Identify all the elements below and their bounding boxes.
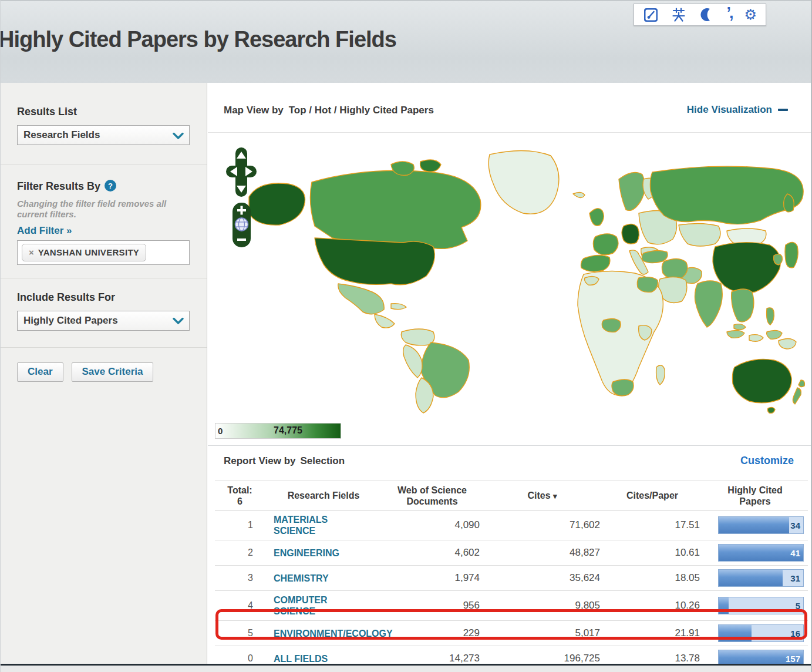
hcp-bar: 34: [718, 516, 804, 534]
map-view-title-value: Top / Hot / Highly Cited Papers: [289, 105, 434, 116]
dashboard-gauge-icon[interactable]: [643, 7, 659, 23]
row-docs-value: 229: [382, 621, 482, 646]
report-table: Total: 6 Research Fields Web of Science …: [215, 481, 808, 671]
report-view-title-value: Selection: [301, 455, 345, 466]
row-rank: 1: [215, 510, 265, 540]
quote-annotation-icon[interactable]: ’,: [726, 7, 732, 19]
legend-min-value: 0: [218, 426, 223, 436]
hcp-bar-value: 16: [790, 629, 800, 639]
research-field-link[interactable]: MATERIALS SCIENCE: [265, 514, 369, 536]
col-cites-per-paper: Cites/Paper: [602, 481, 702, 510]
report-table-body: 1MATERIALS SCIENCE4,09071,60217.51342ENG…: [215, 510, 808, 671]
research-field-link[interactable]: COMPUTER SCIENCE: [265, 594, 369, 617]
legend-max-value: 74,775: [274, 425, 302, 436]
total-value: 6: [215, 496, 265, 507]
row-field-cell: ENGINEERING: [265, 540, 382, 566]
save-criteria-button[interactable]: Save Criteria: [72, 362, 154, 382]
help-icon[interactable]: ?: [105, 180, 116, 191]
row-cites-per-paper-value: 10.61: [602, 540, 702, 566]
row-rank: 5: [215, 621, 265, 646]
filter-results-label: Filter Results By: [17, 180, 100, 192]
row-cites-per-paper-value: 10.26: [602, 591, 702, 621]
row-field-cell: ENVIRONMENT/ECOLOGY: [265, 621, 382, 646]
table-row: 2ENGINEERING4,60248,82710.6141: [215, 540, 808, 566]
world-choropleth-map[interactable]: [215, 138, 808, 414]
map-zoom-control: [233, 203, 251, 247]
row-cites-value: 5,017: [482, 621, 602, 646]
row-rank: 2: [215, 540, 265, 566]
hcp-bar-value: 34: [790, 520, 800, 530]
hcp-bar: 5: [718, 597, 804, 614]
customize-link[interactable]: Customize: [740, 455, 794, 467]
report-view-title-prefix: Report View by: [224, 455, 296, 466]
include-results-label: Include Results For: [17, 291, 190, 304]
row-hcp-cell: 34: [702, 510, 808, 540]
table-row: 1MATERIALS SCIENCE4,09071,60217.5134: [215, 510, 808, 540]
row-hcp-cell: 31: [702, 566, 808, 591]
settings-gear-icon[interactable]: ⚙: [744, 8, 757, 22]
research-field-link[interactable]: ENVIRONMENT/ECOLOGY: [265, 628, 369, 639]
map-view-title-prefix: Map View by: [224, 105, 284, 116]
total-label: Total:: [215, 485, 265, 496]
map-color-legend: 0 74,775: [215, 423, 341, 439]
row-cites-value: 35,624: [482, 566, 602, 591]
include-results-selected: Highly Cited Papers: [18, 315, 118, 327]
hcp-bar: 31: [718, 569, 804, 587]
research-field-link[interactable]: ALL FIELDS: [265, 653, 328, 664]
row-hcp-cell: 16: [702, 621, 808, 646]
sort-arrow-icon: ▾: [553, 492, 557, 500]
filter-tag-box: × YANSHAN UNIVERSITY: [17, 240, 190, 265]
results-list-selected: Research Fields: [18, 129, 100, 141]
col-highly-cited-papers: Highly Cited Papers: [702, 481, 808, 510]
dark-mode-moon-icon[interactable]: [699, 7, 714, 22]
hcp-bar-value: 41: [790, 548, 800, 558]
hcp-bar-value: 31: [790, 573, 800, 583]
hcp-bar: 16: [718, 624, 804, 642]
total-header: Total: 6: [215, 481, 265, 510]
results-list-dropdown[interactable]: Research Fields: [17, 125, 190, 145]
row-hcp-cell: 5: [702, 591, 808, 621]
map-pan-control: [226, 147, 257, 197]
row-cites-value: 9,805: [482, 591, 602, 621]
language-translate-icon[interactable]: [671, 7, 686, 22]
remove-tag-icon[interactable]: ×: [29, 247, 34, 257]
add-filter-link[interactable]: Add Filter »: [17, 225, 72, 237]
hide-visualization-link[interactable]: Hide Visualization: [687, 104, 788, 116]
research-field-link[interactable]: ENGINEERING: [265, 547, 339, 559]
row-cites-per-paper-value: 17.51: [602, 510, 702, 540]
map-controls: [225, 147, 258, 247]
filter-sidebar: Results List Research Fields Filter Resu…: [1, 83, 207, 664]
row-rank: 4: [215, 591, 265, 621]
filter-tag-label: YANSHAN UNIVERSITY: [38, 247, 139, 257]
table-row: 4COMPUTER SCIENCE9569,80510.265: [215, 591, 808, 621]
hcp-bar-value: 5: [796, 601, 800, 611]
table-row-highlighted: 5ENVIRONMENT/ECOLOGY2295,01721.9116: [215, 621, 808, 646]
table-header-row: Total: 6 Research Fields Web of Science …: [215, 481, 808, 510]
hcp-bar: 41: [718, 544, 804, 562]
row-docs-value: 4,602: [382, 540, 482, 566]
page-header: Highly Cited Papers by Research Fields: [1, 0, 811, 83]
col-cites-sort[interactable]: Cites ▾: [482, 481, 602, 510]
minus-icon: [778, 109, 788, 111]
filter-note: Changing the filter field removes all cu…: [17, 199, 181, 220]
research-field-link[interactable]: CHEMISTRY: [265, 573, 329, 584]
hide-visualization-label: Hide Visualization: [687, 104, 772, 116]
include-results-dropdown[interactable]: Highly Cited Papers: [17, 311, 190, 331]
main-content: Map View byTop / Hot / Highly Cited Pape…: [208, 83, 812, 664]
col-research-fields: Research Fields: [265, 481, 382, 510]
row-cites-per-paper-value: 18.05: [602, 566, 702, 591]
page-title: Highly Cited Papers by Research Fields: [0, 27, 396, 52]
hcp-bar-value: 157: [786, 654, 800, 664]
row-cites-per-paper-value: 21.91: [602, 621, 702, 646]
results-list-label: Results List: [17, 106, 190, 118]
browser-extension-toolbar: ’, ⚙: [634, 4, 766, 26]
row-docs-value: 956: [382, 591, 482, 621]
report-view-title: Report View bySelection: [224, 455, 345, 467]
row-cites-value: 71,602: [482, 510, 602, 540]
row-rank: 3: [215, 566, 265, 591]
row-field-cell: MATERIALS SCIENCE: [265, 510, 382, 540]
col-wos-documents: Web of Science Documents: [382, 481, 482, 510]
bottom-strip: [1, 666, 811, 672]
filter-tag[interactable]: × YANSHAN UNIVERSITY: [22, 244, 146, 261]
clear-button[interactable]: Clear: [17, 362, 63, 382]
